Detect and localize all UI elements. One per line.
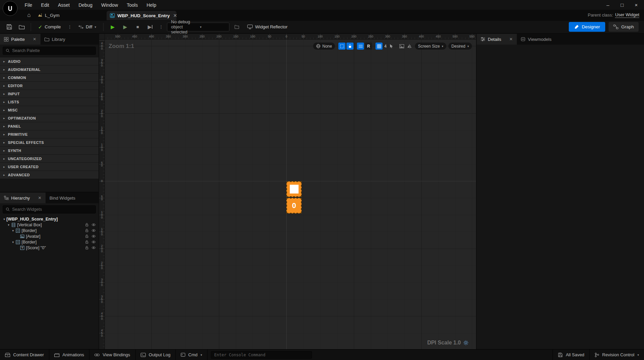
screen-size-dropdown[interactable]: Screen Size ▾ <box>415 43 446 50</box>
menu-edit[interactable]: Edit <box>37 1 53 9</box>
menu-asset[interactable]: Asset <box>54 1 74 9</box>
menu-debug[interactable]: Debug <box>75 1 96 9</box>
preview-background-dropdown[interactable]: None <box>313 43 335 50</box>
grid-snap-toggle[interactable] <box>375 43 383 50</box>
unreal-logo-icon[interactable] <box>3 1 18 16</box>
minimize-button[interactable]: – <box>601 0 615 10</box>
hierarchy-row-2[interactable]: ▾[Border] <box>0 228 99 233</box>
expand-arrow-icon[interactable]: ▾ <box>2 217 6 221</box>
graph-mode-button[interactable]: Graph <box>609 22 639 32</box>
palette-category-uncategorized[interactable]: ▸UNCATEGORIZED <box>0 155 99 162</box>
maximize-button[interactable]: □ <box>615 0 629 10</box>
home-icon[interactable]: ⌂ <box>25 11 33 19</box>
save-button[interactable] <box>4 22 14 32</box>
tab-library[interactable]: Library <box>40 34 69 45</box>
flow-direction-button[interactable]: R <box>365 43 372 50</box>
expand-arrow-icon[interactable]: ▾ <box>11 229 15 232</box>
lock-icon[interactable] <box>85 246 89 250</box>
visibility-icon[interactable] <box>91 235 96 238</box>
flip-icon-button[interactable] <box>406 43 413 50</box>
debug-object-dropdown[interactable]: No debug object selected ▾ <box>167 23 229 31</box>
content-drawer-button[interactable]: Content Drawer <box>0 350 49 360</box>
cmd-button[interactable]: Cmd ▾ <box>176 350 207 360</box>
palette-category-advanced[interactable]: ▸ADVANCED <box>0 171 99 179</box>
palette-category-misc[interactable]: ▸MISC <box>0 106 99 114</box>
hierarchy-search-box[interactable] <box>3 205 96 213</box>
hierarchy-search-input[interactable] <box>12 207 93 212</box>
palette-category-audiomaterial[interactable]: ▸AUDIOMATERIAL <box>0 66 99 73</box>
palette-category-special-effects[interactable]: ▸SPECIAL EFFECTS <box>0 138 99 146</box>
tab-close-icon[interactable]: ✕ <box>33 37 36 42</box>
palette-category-input[interactable]: ▸INPUT <box>0 90 99 98</box>
hierarchy-row-3[interactable]: [Avatar] <box>0 233 99 239</box>
all-saved-button[interactable]: All Saved <box>553 350 589 360</box>
animations-button[interactable]: Animations <box>49 350 89 360</box>
hierarchy-row-0[interactable]: ▾[WBP_HUD_Score_Entry] <box>0 216 99 222</box>
tab-palette[interactable]: Palette ✕ <box>0 34 40 45</box>
widget-reflector-button[interactable]: Widget Reflector <box>244 22 290 32</box>
dpi-scale[interactable]: DPI Scale 1.0 <box>427 340 469 346</box>
compile-options-icon[interactable]: ⋮ <box>66 24 73 29</box>
visibility-icon[interactable] <box>91 246 96 249</box>
play-button[interactable]: ▶ <box>108 22 118 32</box>
palette-category-common[interactable]: ▸COMMON <box>0 74 99 81</box>
doc-tab-wbp-hud-score-entry[interactable]: WBP_HUD_Score_Entry ✕ <box>107 11 176 20</box>
palette-category-primitive[interactable]: ▸PRIMITIVE <box>0 130 99 138</box>
parent-class-link[interactable]: User Widget <box>615 12 639 18</box>
design-canvas[interactable]: 0 <box>105 40 476 349</box>
visibility-icon[interactable] <box>91 223 96 226</box>
menu-file[interactable]: File <box>21 1 36 9</box>
hierarchy-row-5[interactable]: [Score] "0" <box>0 245 99 251</box>
palette-search-box[interactable] <box>3 47 96 55</box>
output-log-button[interactable]: Output Log <box>136 350 176 360</box>
avatar-widget[interactable] <box>286 181 302 197</box>
palette-category-panel[interactable]: ▸PANEL <box>0 122 99 130</box>
tab-close-icon[interactable]: ✕ <box>509 37 513 42</box>
tab-close-icon[interactable]: ✕ <box>38 196 41 200</box>
palette-category-audio[interactable]: ▸AUDIO <box>0 57 99 65</box>
palette-category-editor[interactable]: ▸EDITOR <box>0 82 99 89</box>
palette-category-synth[interactable]: ▸SYNTH <box>0 147 99 154</box>
tab-hierarchy[interactable]: Hierarchy ✕ <box>0 192 46 203</box>
level-tab[interactable]: L_Gym <box>34 11 63 19</box>
menu-help[interactable]: Help <box>143 1 160 9</box>
tab-viewmodels[interactable]: Viewmodels <box>517 34 556 45</box>
lock-icon[interactable] <box>85 223 89 227</box>
menu-window[interactable]: Window <box>97 1 122 9</box>
lock-icon[interactable] <box>85 240 89 244</box>
expand-arrow-icon[interactable]: ▾ <box>11 240 15 244</box>
cursor-icon-button[interactable] <box>388 43 395 50</box>
lock-icon[interactable] <box>85 229 89 232</box>
visibility-icon[interactable] <box>91 240 96 243</box>
localization-preview-toggle[interactable] <box>357 43 364 50</box>
console-command-input[interactable] <box>214 353 309 357</box>
console-command-box[interactable] <box>211 351 312 359</box>
hierarchy-row-1[interactable]: ▾[Vertical Box] <box>0 222 99 228</box>
score-text-widget[interactable]: 0 <box>286 198 302 213</box>
size-rule-dropdown[interactable]: Desired ▾ <box>448 43 472 50</box>
view-bindings-button[interactable]: View Bindings <box>89 350 135 360</box>
frame-skip-button[interactable]: ▶ <box>120 22 130 32</box>
expand-arrow-icon[interactable]: ▾ <box>6 223 11 227</box>
visibility-icon[interactable] <box>91 229 96 232</box>
designer-mode-button[interactable]: Designer <box>569 22 605 32</box>
browse-to-asset-button[interactable] <box>17 22 27 32</box>
diff-button[interactable]: Diff ▾ <box>76 22 99 32</box>
menu-tools[interactable]: Tools <box>123 1 142 9</box>
tab-bind-widgets[interactable]: Bind Widgets <box>46 192 80 203</box>
debug-browse-icon[interactable] <box>232 22 242 32</box>
palette-category-optimization[interactable]: ▸OPTIMIZATION <box>0 114 99 122</box>
palette-search-input[interactable] <box>12 48 93 53</box>
advance-frame-button[interactable]: ▶ <box>145 22 155 32</box>
grid-snap-size[interactable]: 4 <box>384 44 387 49</box>
image-icon-button[interactable] <box>398 43 405 50</box>
lock-icon[interactable] <box>85 234 89 238</box>
designer-viewport[interactable]: 5004504003503002502001501005005010015020… <box>99 34 476 349</box>
tab-close-icon[interactable]: ✕ <box>172 13 178 18</box>
revision-control-button[interactable]: Revision Control ▾ <box>589 350 644 360</box>
lock-toggle[interactable] <box>346 43 354 50</box>
tab-details[interactable]: Details ✕ <box>477 34 517 45</box>
palette-category-user-created[interactable]: ▸USER CREATED <box>0 163 99 171</box>
hierarchy-row-4[interactable]: ▾[Border] <box>0 239 99 245</box>
play-options-icon[interactable]: ⋮ <box>158 24 165 29</box>
